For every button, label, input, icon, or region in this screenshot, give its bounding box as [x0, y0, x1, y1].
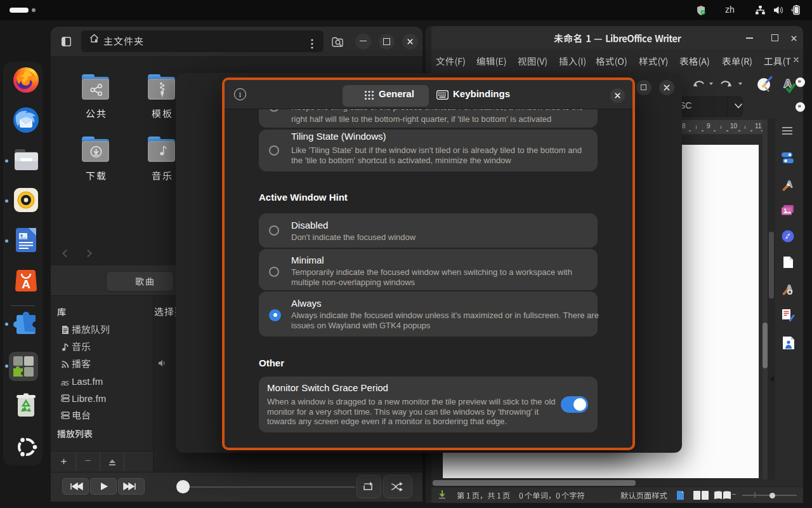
svg-text:A: A [22, 277, 30, 291]
